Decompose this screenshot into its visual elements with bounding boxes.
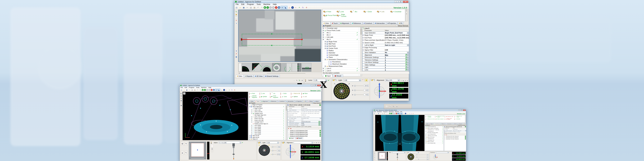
probe-tool-icon[interactable]: ⊥: [403, 113, 404, 114]
tree-row[interactable]: + ⊃ Link safe ✓: [322, 36, 362, 38]
camera-live-view[interactable]: [238, 10, 321, 62]
parameter-row[interactable]: + Dimension Settings 0.000 ↗ ▾: [288, 122, 321, 124]
light-select[interactable]: 1 (8)▾: [343, 79, 361, 82]
parameter-row[interactable]: + Search Limits (0.4562 mm,0.4562 mm) ↗ …: [362, 42, 409, 44]
halt-icon[interactable]: ■: [208, 89, 210, 91]
redo-icon[interactable]: ↷: [260, 6, 263, 9]
category-tab[interactable]: Fit: [303, 100, 307, 102]
stylus-select[interactable]: 4 -> 4.1 (30)▾: [219, 142, 241, 144]
menu-item[interactable]: Program: [246, 3, 255, 5]
tree-row[interactable]: + ⌖ Ursprung ein. XY - Ursprung ✓: [425, 129, 444, 130]
settings-page-icon[interactable]: [336, 79, 336, 81]
probe-tool-icon[interactable]: ⊥: [288, 6, 291, 9]
grid-cross-icon[interactable]: ✛: [234, 89, 236, 91]
result-thumbnail[interactable]: [238, 63, 242, 72]
fit-point-row[interactable]: 2 Ausrichtung Z (0), Min. Messpunkt ✓: [444, 137, 466, 138]
parameter-row[interactable]: + Sigma Filter 3.00 ↗ ▾: [362, 49, 409, 52]
simulate-icon[interactable]: ◉: [398, 113, 399, 114]
lock-icon[interactable]: [332, 79, 333, 81]
category-tab[interactable]: Fit: [398, 22, 404, 24]
restore-button[interactable]: ❐: [314, 85, 317, 86]
pause-icon[interactable]: ∥: [206, 89, 208, 91]
viewport-home-icon[interactable]: ⊞: [183, 92, 186, 94]
run-selection-icon[interactable]: ▷: [266, 6, 269, 9]
menu-item[interactable]: Machine: [200, 86, 207, 88]
feature-button[interactable]: ●Point: [249, 92, 260, 94]
ring-icon[interactable]: ◌: [386, 106, 388, 108]
menu-item[interactable]: Bearbeiten: [376, 111, 382, 112]
report-checkbox[interactable]: [328, 63, 330, 65]
save-icon[interactable]: ▣: [378, 113, 379, 114]
dropdown-arrow-icon[interactable]: ▾: [320, 122, 321, 124]
crosshair-tool-icon[interactable]: ✛: [235, 19, 238, 22]
rotate-ccw-icon[interactable]: ↺: [318, 142, 319, 144]
tree-row[interactable]: + ↻ Einstellen W-Achse [375°] ✓: [425, 132, 444, 134]
goto-settings-icon[interactable]: ↗: [405, 59, 407, 61]
feature-button[interactable]: ◆Ebene anpassen: [435, 118, 444, 120]
tree-row[interactable]: + ╲ Line L(030) ✓: [249, 126, 287, 128]
feature-button[interactable]: ◆Ebene aus 3 Punkten: [445, 118, 454, 120]
category-tab[interactable]: Projection: [295, 100, 303, 102]
undo-icon[interactable]: ↶: [256, 6, 260, 9]
goto-settings-icon[interactable]: ↗: [405, 54, 407, 56]
tree-row[interactable]: + ❨ Begin of Block ✓: [249, 108, 287, 109]
feature-button[interactable]: ╲Line: [260, 92, 270, 94]
simulate-icon[interactable]: ◉: [213, 89, 215, 91]
copy-icon[interactable]: ▥: [382, 113, 383, 114]
category-tab[interactable]: Touch: [254, 100, 260, 102]
category-tab[interactable]: Projection: [386, 22, 398, 24]
ring-light-rosette[interactable]: [258, 144, 270, 156]
goto-settings-icon[interactable]: ↗: [318, 123, 320, 124]
parameter-row[interactable]: + Diameter 1.000 mm ↗ ▾: [288, 114, 321, 116]
dropdown-arrow-icon[interactable]: ▾: [407, 59, 409, 61]
joystick-icon[interactable]: ◍: [181, 142, 184, 146]
pause-icon[interactable]: ∥: [269, 6, 272, 9]
sliders-icon[interactable]: ≣: [396, 106, 398, 108]
tree-row[interactable]: + ╲ Line 5 ✓: [322, 70, 362, 72]
run-icon[interactable]: ▶: [389, 113, 390, 114]
tree-row[interactable]: + ▮ Cylinder 20.00 ✓: [249, 113, 287, 114]
alignment-select[interactable]: ▾: [436, 152, 449, 153]
category-tab[interactable]: Video: [425, 123, 429, 124]
tree-row[interactable]: + ⌒ Arc 1 ✓: [322, 32, 362, 34]
view-tool-icon[interactable]: ◧: [180, 92, 182, 94]
stylus-select[interactable]: ▾: [392, 152, 405, 153]
category-tab[interactable]: Touch: [331, 22, 339, 24]
dropdown-arrow-icon[interactable]: ▾: [320, 110, 321, 111]
viewport-3d[interactable]: ⊞: [182, 92, 248, 140]
grid-cross-icon[interactable]: ✛: [305, 6, 308, 9]
parameter-row[interactable]: + End Point (145.7941 mm,...m,12.2045 mm…: [362, 36, 409, 39]
copy-pose-icon[interactable]: ▥: [211, 148, 213, 150]
feature-button[interactable]: ○Circle: [364, 10, 377, 13]
fit-view-icon[interactable]: ▣: [180, 104, 182, 106]
goto-settings-icon[interactable]: ↗: [405, 57, 407, 58]
feature-button[interactable]: ◆Definieren in 3D: [445, 116, 454, 118]
light-intensity-slider[interactable]: ●12.5: [415, 158, 429, 160]
tree-row[interactable]: + ◆ Ebene C3 links ✓: [425, 141, 444, 142]
dropdown-arrow-icon[interactable]: ▾: [407, 61, 409, 64]
category-tab[interactable]: Intersection: [374, 22, 386, 24]
menu-item[interactable]: Tools: [255, 3, 262, 5]
parameter-row[interactable]: + Input Selection Begin Point, End Point…: [362, 32, 409, 34]
settings-page-icon[interactable]: [374, 79, 375, 81]
parameter-row[interactable]: + Plane and Axis Specification XY Plane,…: [362, 39, 409, 42]
align-target-icon[interactable]: ⌖: [408, 113, 410, 114]
menu-item[interactable]: Edit: [240, 3, 246, 5]
tree-row[interactable]: + ╲ Line L(120) ✓: [249, 132, 287, 133]
result-thumbnail[interactable]: [292, 63, 302, 72]
inspect-icon[interactable]: ⌕: [406, 113, 408, 114]
feature-button[interactable]: ╲Line: [337, 10, 350, 13]
tree-row[interactable]: + ╲ Line L(060) ✓: [249, 128, 287, 130]
cnc-run-icon[interactable]: ◑: [223, 89, 225, 91]
run-selection-icon[interactable]: ▷: [391, 113, 392, 114]
parameter-row[interactable]: + Alignment Mcs ↗ ▾: [362, 54, 409, 56]
fit-point-row[interactable]: 3 Ausrichtung Y (0), Max. Messpunkt ✓: [444, 138, 466, 140]
halt-icon[interactable]: ■: [394, 113, 396, 114]
tree-row[interactable]: + ╲ Line 4 ✓: [322, 68, 362, 70]
goto-settings-icon[interactable]: ↗: [405, 69, 407, 70]
new-file-icon[interactable]: ▤: [235, 6, 238, 9]
category-tab[interactable]: Reference: [350, 22, 362, 24]
menu-item[interactable]: Help: [272, 3, 278, 5]
tree-row[interactable]: + ⌖ Set Origin Align (XY) ✓: [249, 114, 287, 116]
parameter-row[interactable]: + Fit Initial Value Nominals Only ↗ ▾: [288, 118, 321, 119]
